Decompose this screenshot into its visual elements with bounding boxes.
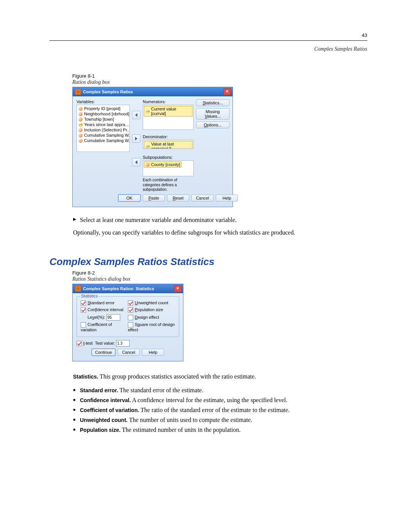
dialog2-body: Statistics Standard error Unweighted cou… [73,293,183,361]
list-item[interactable]: Township [town] [78,117,129,122]
test-value-input[interactable]: 1.3 [116,340,130,347]
statistics-button[interactable]: Statistics... [196,99,229,106]
bullet-item: Coefficient of variation. The ratio of t… [73,407,367,414]
bullet-item: Confidence interval. A confidence interv… [73,397,367,404]
figure-2-block: Figure 8-2 Ratios Statistics dialog box … [72,270,367,361]
coefficient-variation-checkbox[interactable] [81,322,86,328]
move-subpop-button[interactable] [132,158,140,166]
arrow-right-icon [135,137,137,141]
scale-icon [145,144,150,149]
cancel-button[interactable]: Cancel [191,195,213,201]
dialog2-title: Complex Samples Ratios: Statistics [83,286,154,291]
statistics-dialog: Complex Samples Ratios: Statistics × Sta… [72,284,183,361]
close-icon[interactable]: × [174,285,182,292]
list-item[interactable]: Property ID [propid] [78,106,129,111]
variables-column: Variables: Property ID [propid] Neighbor… [76,99,130,192]
subpop-hint: Each combination of categories defines a… [143,178,194,192]
instruction-list: Select at least one numerator variable a… [49,216,367,224]
nominal-icon [78,139,83,143]
confidence-interval-checkbox[interactable] [81,307,86,313]
close-icon[interactable]: × [223,88,231,95]
dialog2-titlebar[interactable]: Complex Samples Ratios: Statistics × [73,284,183,293]
list-item[interactable]: Neighborhood [nbrhood] [78,111,129,117]
nominal-icon [145,163,150,167]
help-button[interactable]: Help [142,349,164,356]
standard-error-checkbox[interactable] [81,300,86,306]
bullet-item: Unweighted count. The number of units us… [73,417,367,423]
dialog1-footer: OK Paste Reset Cancel Help [76,192,229,203]
ttest-row: t-test Test value: 1.3 [76,340,179,347]
subpopulations-label: Subpopulations: [143,155,194,160]
optional-paragraph: Optionally, you can specify variables to… [73,228,367,237]
ratios-dialog: Complex Samples Ratios × Variables: Prop… [72,87,233,207]
ttest-checkbox[interactable] [76,341,82,346]
figure-1-block: Figure 8-1 Ratios dialog box Complex Sam… [72,73,367,207]
app-icon [75,286,81,292]
dialog1-titlebar[interactable]: Complex Samples Ratios × [73,87,233,96]
arrow-left-icon [135,160,137,164]
figure-1-caption: Ratios dialog box [72,79,367,85]
targets-column: Numerators: Current value [currval] Deno… [143,99,194,192]
statistics-bullets: Standard error. The standard error of th… [49,387,367,433]
figure-1-label: Figure 8-1 [72,73,367,79]
missing-values-button[interactable]: Missing Values... [196,108,229,120]
move-denominator-button[interactable] [132,134,140,143]
reset-button[interactable]: Reset [167,195,189,201]
variables-listbox[interactable]: Property ID [propid] Neighborhood [nbrho… [76,105,130,152]
denominator-label: Denominator: [143,134,194,139]
list-item[interactable]: Cumulative Sampling W... [78,138,129,143]
nominal-icon [78,128,83,132]
arrow-left-icon [135,113,137,117]
continue-button[interactable]: Continue [92,349,115,356]
denominator-listbox[interactable]: Value at last appraisal [l... [143,140,194,149]
cancel-button[interactable]: Cancel [118,349,140,356]
numerators-listbox[interactable]: Current value [currval] [143,105,194,130]
instruction-item: Select at least one numerator variable a… [73,216,367,224]
paste-button[interactable]: Paste [143,195,165,201]
stats-intro: Statistics. This group produces statisti… [73,372,367,381]
move-numerator-button[interactable] [132,111,140,119]
group-legend: Statistics [80,294,99,298]
scale-icon [78,123,83,127]
dialog1-title: Complex Samples Ratios [83,89,133,94]
nominal-icon [78,117,83,121]
page-number: 43 [49,32,367,38]
unweighted-count-checkbox[interactable] [128,300,133,306]
numerators-label: Numerators: [143,99,194,104]
figure-2-label: Figure 8-2 [72,270,367,276]
options-button[interactable]: Options... [196,121,229,128]
list-item[interactable]: Years since last appra... [78,122,129,127]
list-item[interactable]: Inclusion (Selection) Pr... [78,127,129,133]
nominal-icon [78,107,83,111]
sqrt-design-effect-checkbox[interactable] [128,322,133,328]
help-button[interactable]: Help [216,195,238,201]
variables-label: Variables: [76,99,130,104]
design-effect-checkbox[interactable] [128,315,133,320]
dialog1-body: Variables: Property ID [propid] Neighbor… [73,96,233,207]
ok-button[interactable]: OK [118,195,140,201]
nominal-icon [78,112,83,116]
nominal-icon [78,133,83,137]
transfer-buttons-column [132,99,140,192]
subpopulations-listbox[interactable]: County [county] [143,160,194,176]
header-rule [49,40,367,41]
population-size-checkbox[interactable] [128,307,133,313]
statistics-group: Statistics Standard error Unweighted cou… [76,296,179,337]
side-buttons-column: Statistics... Missing Values... Options.… [196,99,229,192]
section-heading: Complex Samples Ratios Statistics [49,256,367,268]
app-icon [75,89,81,95]
list-item[interactable]: Cumulative Sampling W... [78,133,129,138]
running-head: Complex Samples Ratios [49,46,367,52]
bullet-item: Population size. The estimated number of… [73,427,367,433]
bullet-item: Standard error. The standard error of th… [73,387,367,394]
scale-icon [145,109,150,113]
dialog2-footer: Continue Cancel Help [76,347,179,357]
level-input[interactable]: 95 [107,314,120,321]
figure-2-caption: Ratios Statistics dialog box [72,276,367,282]
page: 43 Complex Samples Ratios Figure 8-1 Rat… [0,0,411,532]
